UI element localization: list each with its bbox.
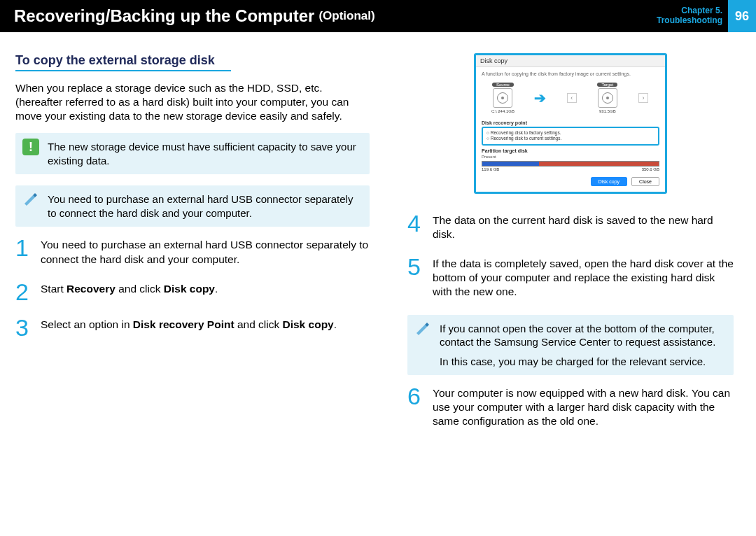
page-header: Recovering/Backing up the Computer (Opti…	[0, 0, 756, 32]
target-label: Target	[597, 83, 617, 87]
step-number: 3	[15, 318, 32, 338]
intro-paragraph: When you replace a storage device such a…	[15, 81, 370, 123]
present-label: Present	[482, 155, 659, 159]
chapter-label: Chapter 5.	[657, 6, 722, 16]
step-1: 1 You need to purchase an external hard …	[15, 238, 370, 266]
source-disk: Source C:\ 244.1GB	[491, 82, 514, 113]
hdd-icon	[598, 88, 617, 108]
target-disk: Target 931.5GB	[597, 82, 617, 113]
step-text: You need to purchase an external hard US…	[41, 238, 370, 266]
warning-icon: !	[22, 139, 39, 155]
breadcrumb: Troubleshooting	[657, 16, 722, 26]
step-4: 4 The data on the current hard disk is s…	[407, 213, 734, 241]
step-2: 2 Start Recovery and click Disk copy.	[15, 282, 370, 302]
callout-note-left-text: You need to purchase an external hard US…	[48, 193, 353, 219]
callout-note-left: You need to purchase an external hard US…	[15, 185, 370, 227]
step-number: 2	[15, 282, 32, 302]
prev-button[interactable]: ‹	[567, 93, 577, 103]
step-text: The data on the current hard disk is sav…	[433, 213, 734, 241]
step-3: 3 Select an option in Disk recovery Poin…	[15, 318, 370, 338]
partition-bar	[482, 161, 659, 167]
arrow-right-icon: ➔	[534, 90, 546, 106]
recovery-point-title: Disk recovery point	[482, 120, 659, 125]
step-number: 5	[407, 257, 424, 299]
partition-captions: 119.6 GB 350.6 GB	[482, 167, 659, 171]
step-text: Your computer is now equipped with a new…	[433, 386, 734, 428]
callout-warning: ! The new storage device must have suffi…	[15, 133, 370, 174]
callout-warning-text: The new storage device must have suffici…	[48, 141, 356, 167]
step-6: 6 Your computer is now equipped with a n…	[407, 386, 734, 428]
note-icon	[414, 320, 431, 337]
partition-title: Partition target disk	[482, 148, 659, 153]
step-text: Start Recovery and click Disk copy.	[41, 282, 218, 302]
header-meta: Chapter 5. Troubleshooting	[657, 6, 722, 26]
page-number-badge: 96	[728, 0, 756, 32]
source-label: Source	[492, 83, 514, 87]
step-text: Select an option in Disk recovery Point …	[41, 318, 337, 338]
page-subtitle: (Optional)	[318, 9, 374, 23]
step-number: 1	[15, 238, 32, 266]
close-button[interactable]: Close	[631, 177, 659, 186]
step-number: 4	[407, 213, 424, 241]
diskcopy-window-title: Disk copy	[476, 55, 665, 67]
callout-note-right-l1: If you cannot open the cover at the bott…	[440, 322, 725, 349]
callout-note-right: If you cannot open the cover at the bott…	[407, 315, 734, 376]
target-capacity: 931.5GB	[597, 109, 617, 113]
step-text: If the data is completely saved, open th…	[433, 257, 734, 299]
step-number: 6	[407, 386, 424, 428]
source-capacity: C:\ 244.1GB	[491, 109, 514, 113]
next-button[interactable]: ›	[638, 93, 648, 103]
header-right: Chapter 5. Troubleshooting 96	[657, 0, 756, 32]
diskcopy-description: A function for copying the disk from fac…	[482, 71, 659, 76]
note-icon	[22, 191, 39, 208]
page-title: Recovering/Backing up the Computer	[14, 6, 314, 26]
diskcopy-window: Disk copy A function for copying the dis…	[474, 53, 667, 194]
recovery-point-options[interactable]: ○ Recovering disk to factory settings. ○…	[482, 127, 659, 146]
callout-note-right-l2: In this case, you may be charged for the…	[440, 355, 725, 369]
hdd-icon	[493, 88, 512, 108]
disk-copy-button[interactable]: Disk copy	[591, 177, 627, 186]
section-title: To copy the external storage disk	[15, 53, 231, 71]
step-5: 5 If the data is completely saved, open …	[407, 257, 734, 299]
